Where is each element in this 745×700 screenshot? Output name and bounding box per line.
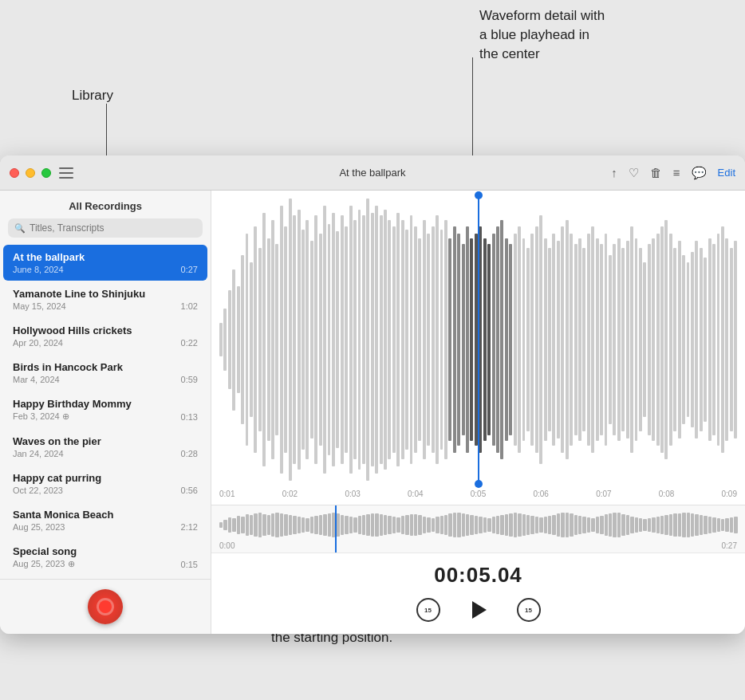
waveform-bar — [432, 226, 435, 452]
overview-bar — [483, 517, 487, 533]
settings-icon[interactable]: ≡ — [673, 166, 680, 179]
waveform-detail[interactable]: 0:010:020:030:040:050:060:070:080:09 — [211, 191, 745, 505]
time-label: 0:07 — [596, 490, 611, 498]
play-button[interactable] — [464, 596, 493, 624]
waveform-bar — [734, 241, 737, 438]
recording-item[interactable]: Waves on the pier Jan 24, 2024 0:28 — [3, 429, 207, 465]
overview-bar — [462, 513, 465, 537]
waveform-bar — [323, 206, 326, 474]
close-button[interactable] — [10, 168, 19, 178]
transcript-icon[interactable]: 💬 — [692, 166, 707, 180]
waveform-bar — [228, 290, 231, 389]
waveform-bar — [380, 215, 383, 464]
overview-bar — [293, 516, 296, 534]
sidebar: All Recordings 🔍 At the ballpark June 8,… — [0, 191, 211, 634]
overview-bar — [678, 513, 681, 537]
playhead-overview[interactable] — [335, 505, 337, 553]
overview-bar — [626, 515, 629, 534]
waveform-bar — [353, 220, 357, 460]
overview-bar — [518, 513, 521, 537]
overview-bar — [271, 513, 274, 536]
overview-bar — [695, 514, 698, 536]
overview-bar — [725, 518, 728, 531]
waveform-bar — [678, 241, 681, 438]
waveform-bar — [223, 309, 227, 371]
favorite-icon[interactable]: ♡ — [629, 166, 639, 180]
sidebar-toggle[interactable] — [59, 167, 73, 179]
overview-bar — [479, 517, 482, 533]
edit-button[interactable]: Edit — [718, 167, 735, 179]
recording-item[interactable]: Happy cat purring Oct 22, 2023 0:56 — [3, 466, 207, 501]
rec-duration: 0:28 — [181, 449, 198, 458]
overview-bar — [358, 516, 361, 534]
overview-bar — [704, 516, 707, 534]
overview-bar — [605, 514, 608, 536]
skip-back-button[interactable]: 15 — [416, 598, 440, 622]
rec-title: Yamanote Line to Shinjuku — [13, 288, 198, 300]
overview-bar — [591, 518, 594, 533]
recording-item[interactable]: Special song Aug 25, 2023 ⊕ 0:15 — [3, 539, 207, 576]
detail-area: 0:010:020:030:040:050:060:070:080:09 0:0… — [211, 191, 745, 634]
waveform-bar — [578, 238, 581, 442]
waveform-bar — [457, 234, 460, 446]
waveform-bar — [392, 226, 396, 452]
skip-forward-button[interactable]: 15 — [517, 598, 541, 622]
waveform-bar — [695, 241, 698, 438]
maximize-button[interactable] — [41, 168, 51, 178]
overview-bar — [401, 516, 404, 534]
waveform-bar — [530, 234, 534, 446]
recording-item[interactable]: At the ballpark June 8, 2024 0:27 — [3, 245, 207, 281]
title-bar: At the ballpark ↑ ♡ 🗑 ≡ 💬 Edit — [0, 155, 745, 191]
search-bar[interactable]: 🔍 — [8, 218, 203, 238]
overview-bar — [436, 517, 439, 533]
record-button[interactable] — [88, 589, 123, 624]
overview-bar — [587, 517, 590, 533]
overview-bar — [466, 514, 469, 536]
traffic-lights — [10, 168, 51, 178]
recording-item[interactable]: Santa Monica Beach Aug 25, 2023 2:12 — [3, 502, 207, 538]
waveform-bar — [730, 248, 733, 431]
recording-item[interactable]: Birds in Hancock Park Mar 4, 2024 0:59 — [3, 355, 207, 391]
waveform-bar — [293, 215, 296, 464]
overview-bar — [254, 513, 257, 537]
share-icon[interactable]: ↑ — [611, 166, 617, 179]
time-labels-overview: 0:000:27 — [211, 541, 745, 550]
overview-bar — [371, 513, 374, 537]
playhead-top-handle[interactable] — [475, 191, 483, 199]
overview-bar — [323, 514, 326, 536]
overview-bar — [427, 517, 430, 533]
overview-bar — [596, 517, 599, 533]
overview-bar — [561, 513, 564, 537]
waveform-bar — [319, 234, 322, 446]
waveform-bar — [271, 220, 274, 460]
overview-bar — [643, 519, 646, 532]
overview-bar — [341, 515, 344, 535]
recording-item[interactable]: Happy Birthday Mommy Feb 3, 2024 ⊕ 0:13 — [3, 391, 207, 428]
overview-bar — [652, 517, 655, 533]
overview-bar — [514, 513, 517, 537]
rec-duration: 0:59 — [181, 375, 198, 384]
minimize-button[interactable] — [26, 168, 35, 178]
overview-bar — [349, 517, 353, 533]
waveform-bar — [362, 215, 365, 464]
recording-item[interactable]: Yamanote Line to Shinjuku May 15, 2024 1… — [3, 281, 207, 317]
search-input[interactable] — [30, 222, 196, 234]
overview-bar — [432, 518, 435, 533]
delete-icon[interactable]: 🗑 — [650, 166, 662, 179]
overview-bar — [721, 519, 724, 532]
rec-duration: 2:12 — [181, 522, 198, 532]
playhead-bottom-handle[interactable] — [475, 480, 483, 488]
waveform-bar — [375, 206, 378, 474]
recording-item[interactable]: Hollywood Hills crickets Apr 20, 2024 0:… — [3, 318, 207, 354]
overview-bar — [664, 515, 668, 535]
time-label: 0:01 — [219, 490, 235, 498]
overview-bar — [717, 518, 720, 533]
time-label: 0:09 — [722, 490, 737, 498]
rec-meta: Apr 20, 2024 0:22 — [13, 338, 198, 348]
skip-forward-label: 15 — [525, 607, 532, 614]
playhead-detail[interactable] — [478, 195, 479, 485]
waveform-bar — [557, 241, 560, 438]
overview-bar — [539, 517, 542, 533]
waveform-overview[interactable]: 0:000:27 — [211, 505, 745, 553]
overview-bar — [470, 515, 473, 535]
